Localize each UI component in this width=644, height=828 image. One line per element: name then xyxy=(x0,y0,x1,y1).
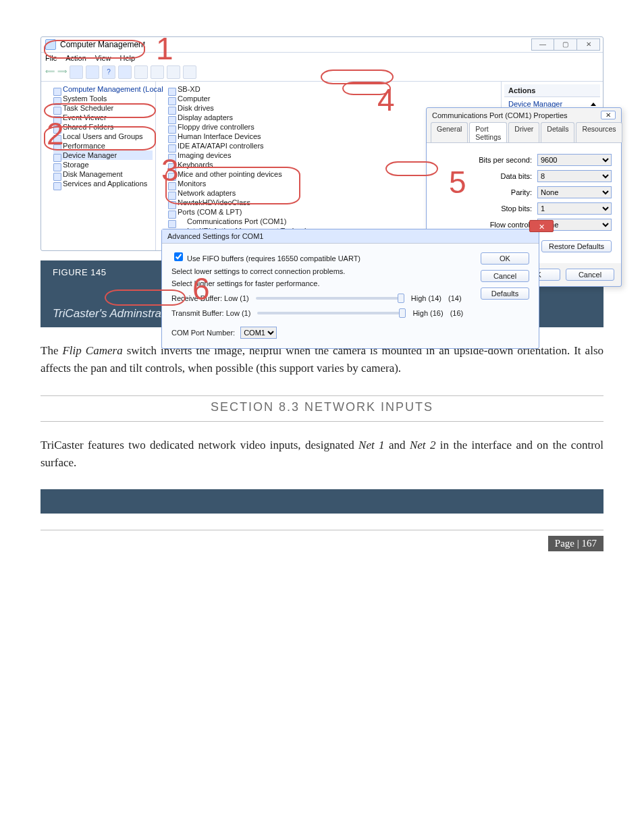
adv-note2: Select higher settings for faster perfor… xyxy=(171,279,529,287)
menu-view[interactable]: View xyxy=(95,54,111,62)
paragraph-network-inputs: TriCaster features two dedicated network… xyxy=(41,437,603,472)
com-port-select[interactable]: COM1 xyxy=(240,327,277,339)
maximize-button[interactable]: ▢ xyxy=(554,38,577,51)
p2-mid: and xyxy=(385,439,410,451)
tool-4[interactable] xyxy=(134,65,148,79)
tx-high: High (16) xyxy=(412,309,443,317)
tab-general[interactable]: General xyxy=(431,122,468,142)
app-icon xyxy=(45,39,56,50)
tool-1[interactable] xyxy=(70,65,83,79)
parity-label: Parity: xyxy=(511,188,532,196)
sbits-label: Stop bits: xyxy=(501,204,532,213)
p1-a: The xyxy=(41,344,62,357)
close-button[interactable]: ✕ xyxy=(577,38,600,51)
fwd-icon[interactable]: ⟹ xyxy=(57,65,67,79)
dev-computer[interactable]: Computer xyxy=(168,94,498,103)
rx-slider[interactable] xyxy=(256,297,404,300)
prop-close-button[interactable]: ✕ xyxy=(601,111,616,119)
decorative-band xyxy=(41,489,603,514)
chevron-up-icon xyxy=(591,103,596,106)
parity-select[interactable]: None xyxy=(537,186,612,198)
rx-label: Receive Buffer: Low (1) xyxy=(171,294,249,302)
tab-resources[interactable]: Resources xyxy=(576,122,622,142)
com-port-label: COM Port Number: xyxy=(171,329,235,337)
computer-management-window: Computer Management — ▢ ✕ File Action Vi… xyxy=(41,36,603,251)
tree-event-viewer[interactable]: Event Viewer xyxy=(53,113,153,122)
menu-action[interactable]: Action xyxy=(65,54,86,62)
p2-a: TriCaster features two dedicated network… xyxy=(41,439,358,451)
tx-slider[interactable] xyxy=(257,312,406,314)
help-icon[interactable]: ? xyxy=(102,65,115,79)
titlebar: Computer Management — ▢ ✕ xyxy=(41,37,603,53)
tree-local-users[interactable]: Local Users and Groups xyxy=(53,132,153,141)
tree-root[interactable]: Computer Management (Local xyxy=(53,84,153,94)
bps-select[interactable]: 9600 xyxy=(537,154,612,166)
tool-2[interactable] xyxy=(86,65,99,79)
fifo-label: Use FIFO buffers (requires 16550 compati… xyxy=(187,254,360,263)
menu-file[interactable]: File xyxy=(45,54,57,62)
flow-label: Flow control: xyxy=(490,221,532,229)
adv-defaults-button[interactable]: Defaults xyxy=(481,287,529,300)
back-icon[interactable]: ⟸ xyxy=(45,65,55,79)
tool-7[interactable] xyxy=(183,65,196,79)
footer-rule xyxy=(41,530,603,530)
p2-em2: Net 2 xyxy=(410,439,436,451)
adv-note1: Select lower settings to correct connect… xyxy=(171,267,529,275)
device-tree: SB-XD Computer Disk drives Display adapt… xyxy=(156,82,502,250)
tab-port-settings[interactable]: Port Settings xyxy=(469,122,507,142)
adv-title: Advanced Settings for COM1 xyxy=(162,229,539,244)
tool-5[interactable] xyxy=(151,65,164,79)
figure-screenshot: Computer Management — ▢ ✕ File Action Vi… xyxy=(41,27,603,251)
rx-val: (14) xyxy=(448,294,462,302)
minimize-button[interactable]: — xyxy=(531,38,554,51)
p2-em1: Net 1 xyxy=(358,439,385,451)
bps-label: Bits per second: xyxy=(479,156,532,164)
advanced-dialog: ✕ Advanced Settings for COM1 OK Cancel D… xyxy=(161,229,539,349)
toolbar: ⟸ ⟹ ? xyxy=(41,63,603,82)
actions-head: Actions xyxy=(504,84,600,97)
menu-help[interactable]: Help xyxy=(120,54,136,62)
tx-val: (16) xyxy=(450,309,464,317)
prop-title: Communications Port (COM1) Properties xyxy=(432,111,568,119)
rx-high: High (14) xyxy=(411,294,441,302)
prop-cancel-button[interactable]: Cancel xyxy=(566,269,614,281)
tree-storage[interactable]: Storage xyxy=(53,160,153,169)
tab-details[interactable]: Details xyxy=(541,122,574,142)
page-number: Page | 167 xyxy=(548,536,603,551)
tree-shared-folders[interactable]: Shared Folders xyxy=(53,122,153,132)
dev-root[interactable]: SB-XD xyxy=(168,84,498,94)
dbits-label: Data bits: xyxy=(501,172,532,180)
menubar: File Action View Help xyxy=(41,53,603,63)
tool-6[interactable] xyxy=(167,65,180,79)
tree-system-tools[interactable]: System Tools xyxy=(53,94,153,103)
p1-em: Flip Camera xyxy=(62,344,122,357)
window-title: Computer Management xyxy=(60,40,145,49)
section-heading: SECTION 8.3 NETWORK INPUTS xyxy=(41,395,603,422)
fifo-checkbox[interactable] xyxy=(174,252,183,261)
tab-driver[interactable]: Driver xyxy=(508,122,539,142)
restore-defaults-button[interactable]: Restore Defaults xyxy=(541,240,612,252)
tx-label: Transmit Buffer: Low (1) xyxy=(171,309,250,317)
adv-cancel-button[interactable]: Cancel xyxy=(481,270,529,282)
mgmt-tree: Computer Management (Local System Tools … xyxy=(41,82,156,250)
tree-performance[interactable]: Performance xyxy=(53,141,153,150)
tree-device-manager[interactable]: Device Manager xyxy=(53,150,153,160)
tree-disk-mgmt[interactable]: Disk Management xyxy=(53,169,153,179)
adv-close-icon[interactable]: ✕ xyxy=(529,220,554,232)
tree-task-scheduler[interactable]: Task Scheduler xyxy=(53,103,153,113)
dbits-select[interactable]: 8 xyxy=(537,170,612,182)
tree-services[interactable]: Services and Applications xyxy=(53,179,153,188)
tool-3[interactable] xyxy=(118,65,132,79)
adv-ok-button[interactable]: OK xyxy=(481,252,529,265)
sbits-select[interactable]: 1 xyxy=(537,202,612,215)
